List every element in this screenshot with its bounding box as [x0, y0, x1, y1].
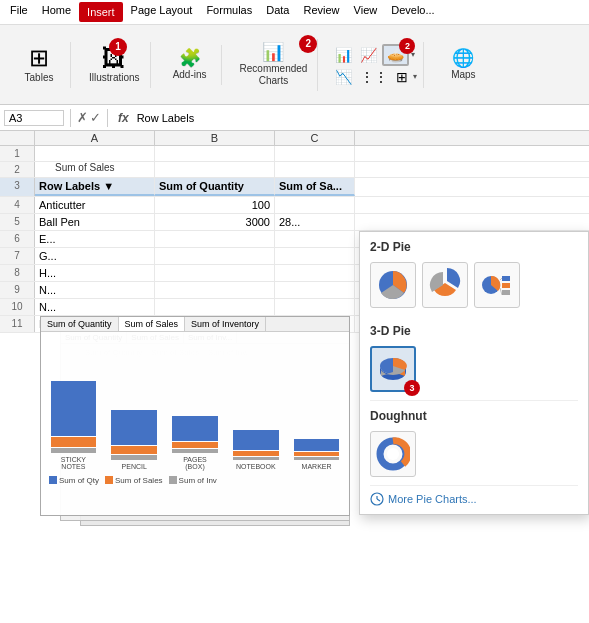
cell-b4[interactable]: 100: [155, 197, 275, 213]
formula-icons: ✗ ✓: [77, 110, 101, 125]
more-link-text: More Pie Charts...: [388, 493, 477, 505]
cell-b1[interactable]: [155, 146, 275, 161]
cell-c8[interactable]: [275, 265, 355, 281]
addins-icon: 🧩: [179, 49, 201, 67]
bar-sticky-gray: [51, 448, 96, 453]
donut-btn[interactable]: [370, 431, 416, 477]
cell-a9[interactable]: N...: [35, 282, 155, 298]
col-header-c: C: [275, 131, 355, 145]
recommended-charts-label: Recommended Charts: [240, 63, 308, 87]
area-chart-icon[interactable]: 📉: [332, 68, 355, 86]
ribbon-btn-maps[interactable]: 🌐 Maps: [438, 47, 488, 83]
cell-a5[interactable]: Ball Pen: [35, 214, 155, 230]
chart-options-2d: [360, 258, 588, 316]
menu-review[interactable]: Review: [297, 2, 345, 22]
pie-2d-exploded-btn[interactable]: [422, 262, 468, 308]
cell-reference[interactable]: [4, 110, 64, 126]
bar-pages-orange: [172, 442, 217, 448]
cell-b8[interactable]: [155, 265, 275, 281]
menu-formulas[interactable]: Formulas: [200, 2, 258, 22]
cell-c6[interactable]: [275, 231, 355, 247]
formula-separator-2: [107, 109, 108, 127]
pie-3d-btn[interactable]: 3: [370, 346, 416, 392]
menu-view[interactable]: View: [348, 2, 384, 22]
cell-c10[interactable]: [275, 299, 355, 315]
bar-marker-gray: [294, 457, 339, 460]
cell-a3[interactable]: Row Labels ▼: [35, 178, 155, 196]
badge-3: 3: [404, 380, 420, 396]
column-headers: A B C: [0, 131, 589, 146]
chart-tab-inventory[interactable]: Sum of Inventory: [185, 317, 266, 331]
bar-sticky-orange: [51, 437, 96, 447]
cell-a7[interactable]: G...: [35, 248, 155, 264]
table-row: 3 Row Labels ▼ Sum of Quantity Sum of Sa…: [0, 178, 589, 197]
ribbon-btn-addins[interactable]: 🧩 Add-ins: [165, 47, 215, 83]
confirm-formula-icon[interactable]: ✓: [90, 110, 101, 125]
cell-b2[interactable]: [155, 162, 275, 177]
row-num: 8: [0, 265, 35, 281]
table-row: 5 Ball Pen 3000 28...: [0, 214, 589, 231]
cell-c3[interactable]: Sum of Sa...: [275, 178, 355, 196]
clock-icon: [370, 492, 384, 506]
menu-data[interactable]: Data: [260, 2, 295, 22]
pie-2d-solid-btn[interactable]: [370, 262, 416, 308]
pie-2d-bar-btn[interactable]: [474, 262, 520, 308]
cell-b10[interactable]: [155, 299, 275, 315]
pie-chart-icon[interactable]: 🥧 2: [382, 44, 409, 66]
cell-c4[interactable]: [275, 197, 355, 213]
menu-develo[interactable]: Develo...: [385, 2, 440, 22]
pie-3d-icon: [376, 352, 410, 386]
row-num: 2: [0, 162, 35, 177]
more-pie-charts-link[interactable]: More Pie Charts...: [360, 486, 588, 514]
more-dropdown-arrow[interactable]: ▾: [413, 72, 417, 81]
menu-home[interactable]: Home: [36, 2, 77, 22]
pie-2d-exploded-icon: [428, 268, 462, 302]
scatter-chart-icon[interactable]: ⋮⋮: [357, 68, 391, 86]
bar-notebook-orange: [233, 451, 278, 456]
chart-tabs-main: Sum of Quantity Sum of Sales Sum of Inve…: [41, 317, 349, 332]
cell-a1[interactable]: [35, 146, 155, 161]
cell-c5[interactable]: 28...: [275, 214, 355, 230]
line-chart-icon[interactable]: 📈: [357, 46, 380, 64]
cell-b7[interactable]: [155, 248, 275, 264]
menu-pagelayout[interactable]: Page Layout: [125, 2, 199, 22]
menu-bar: File Home Insert Page Layout Formulas Da…: [0, 0, 589, 25]
cell-a6[interactable]: E...: [35, 231, 155, 247]
cell-a10[interactable]: N...: [35, 299, 155, 315]
more-charts-icon[interactable]: ⊞: [393, 68, 411, 86]
cell-c2[interactable]: [275, 162, 355, 177]
tables-label: Tables: [25, 72, 54, 84]
cell-b6[interactable]: [155, 231, 275, 247]
cell-c9[interactable]: [275, 282, 355, 298]
cell-a8[interactable]: H...: [35, 265, 155, 281]
cancel-formula-icon[interactable]: ✗: [77, 110, 88, 125]
legend-inv: Sum of Inv: [169, 476, 217, 485]
bar-pages-blue: [172, 416, 217, 441]
ribbon-btn-tables[interactable]: ⊞ Tables: [14, 44, 64, 86]
row-num: 3: [0, 178, 35, 196]
cell-c7[interactable]: [275, 248, 355, 264]
table-row: 4 Anticutter 100: [0, 197, 589, 214]
menu-insert[interactable]: Insert: [79, 2, 123, 22]
menu-file[interactable]: File: [4, 2, 34, 22]
cell-b3[interactable]: Sum of Quantity: [155, 178, 275, 196]
bar-pencil-orange: [111, 446, 156, 454]
cell-b9[interactable]: [155, 282, 275, 298]
legend-qty: Sum of Qty: [49, 476, 99, 485]
ribbon: ⊞ Tables 1 🖼 Illustrations 🧩 Add-ins 📊 R…: [0, 25, 589, 105]
cell-c1[interactable]: [275, 146, 355, 161]
cell-a4[interactable]: Anticutter: [35, 197, 155, 213]
svg-line-12: [377, 499, 380, 501]
row-num: 1: [0, 146, 35, 161]
ribbon-group-tables: ⊞ Tables: [8, 42, 71, 88]
cell-b5[interactable]: 3000: [155, 214, 275, 230]
svg-rect-2: [502, 276, 510, 281]
svg-point-9: [387, 448, 399, 460]
row-num: 4: [0, 197, 35, 213]
chart-preview-main: Sum of Quantity Sum of Sales Sum of Inve…: [40, 316, 350, 516]
bar-chart-icon[interactable]: 📊: [332, 46, 355, 64]
chart-tab-sales[interactable]: Sum of Sales: [119, 317, 186, 331]
chart-tab-quantity[interactable]: Sum of Quantity: [41, 317, 119, 331]
formula-input[interactable]: [137, 112, 585, 124]
donut-icon: [376, 437, 410, 471]
